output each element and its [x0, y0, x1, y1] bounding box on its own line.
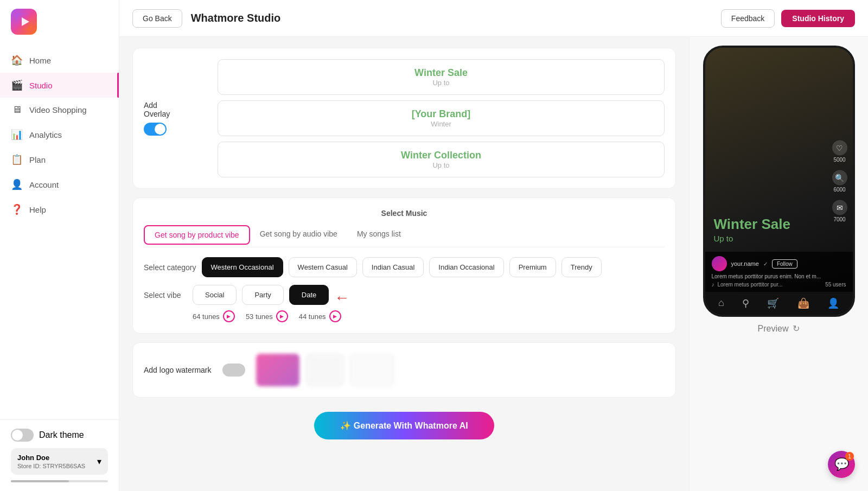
overlay-card-title-3: Winter Collection [229, 150, 653, 161]
sidebar-nav: 🏠 Home 🎬 Studio 🖥 Video Shopping 📊 Analy… [0, 43, 119, 419]
music-tabs: Get song by product vibe Get song by aud… [144, 225, 665, 247]
sidebar-logo [0, 0, 119, 43]
select-music-card: Select Music Get song by product vibe Ge… [132, 197, 676, 334]
sidebar-item-video-shopping[interactable]: 🖥 Video Shopping [0, 98, 119, 122]
chat-badge: 1 [845, 452, 854, 461]
sidebar-item-analytics[interactable]: 📊 Analytics [0, 122, 119, 147]
tab-my-songs[interactable]: My songs list [347, 225, 411, 247]
home-icon: 🏠 [11, 54, 23, 66]
play-btn-3[interactable]: ▶ [329, 310, 341, 322]
chevron-down-icon: ▾ [97, 456, 101, 467]
user-name: John Doe [17, 454, 85, 462]
comment-action: 🔍 6000 [832, 170, 847, 193]
user-info: John Doe Store ID: STRYR5B6SAS [17, 454, 85, 469]
center-panel: AddOverlay Winter Sale Up to [Your Brand… [119, 37, 689, 491]
video-subtitle: Up to [714, 234, 844, 243]
overlay-left: AddOverlay [144, 59, 209, 177]
select-music-header: Select Music [144, 209, 665, 218]
tune-count-1: 64 tunes [193, 313, 220, 321]
vibe-section: Select vibe Social Party Date ← [144, 285, 665, 310]
generate-button[interactable]: ✨ Generate With Whatmore AI [314, 412, 494, 439]
studio-history-button[interactable]: Studio History [781, 10, 855, 27]
phone-profile-icon[interactable]: 👤 [827, 297, 839, 309]
category-row: Select category Western Occasional Weste… [144, 257, 665, 277]
cat-btn-indian-casual[interactable]: Indian Casual [362, 257, 424, 277]
overlay-card-sub-2: Winter [229, 120, 653, 128]
logo-watermark-row: Add logo watermark [144, 354, 665, 386]
sidebar-item-label: Analytics [29, 130, 62, 139]
refresh-icon[interactable]: ↻ [793, 323, 800, 334]
phone-content: ♡ 5000 🔍 6000 ✉ 7000 Winter S [705, 48, 853, 315]
page-title: Whatmore Studio [191, 12, 281, 24]
logo-watermark-card: Add logo watermark [132, 342, 676, 398]
share-action: ✉ 7000 [832, 200, 847, 222]
tunes-row: 64 tunes ▶ 53 tunes ▶ 44 tunes ▶ [144, 310, 665, 322]
chat-bubble-button[interactable]: 💬 1 [828, 451, 855, 478]
app-logo-icon [11, 9, 37, 35]
phone-search-icon[interactable]: ⚲ [742, 297, 749, 309]
logo-preview-1 [256, 354, 299, 386]
vibe-btn-social[interactable]: Social [193, 285, 237, 305]
content-area: AddOverlay Winter Sale Up to [Your Brand… [119, 37, 868, 491]
video-text-area: Winter Sale Up to [705, 48, 853, 252]
overlay-card-3[interactable]: Winter Collection Up to [218, 142, 665, 177]
sidebar-item-label: Home [29, 56, 51, 65]
generate-section: ✨ Generate With Whatmore AI [132, 406, 676, 450]
video-title: Winter Sale [714, 216, 844, 233]
tune-item-2: 53 tunes ▶ [246, 310, 288, 322]
sidebar-item-help[interactable]: ❓ Help [0, 197, 119, 222]
sidebar-item-studio[interactable]: 🎬 Studio [0, 73, 119, 98]
phone-mockup: ♡ 5000 🔍 6000 ✉ 7000 Winter S [703, 46, 855, 317]
overlay-label: AddOverlay [144, 101, 170, 118]
tune-count-3: 44 tunes [299, 313, 326, 321]
logo-preview-area [256, 354, 394, 386]
cat-btn-trendy[interactable]: Trendy [561, 257, 602, 277]
vibe-btn-date[interactable]: Date [289, 285, 329, 305]
tab-audio-vibe[interactable]: Get song by audio vibe [250, 225, 347, 247]
cat-btn-western-casual[interactable]: Western Casual [289, 257, 357, 277]
phone-home-icon[interactable]: ⌂ [718, 297, 724, 309]
follow-button[interactable]: Follow [772, 259, 797, 269]
user-card[interactable]: John Doe Store ID: STRYR5B6SAS ▾ [11, 448, 108, 475]
sidebar-item-label: Plan [29, 155, 46, 164]
vibe-btn-party[interactable]: Party [242, 285, 283, 305]
scrollbar-thumb [11, 480, 69, 482]
logo-watermark-toggle[interactable] [222, 364, 245, 377]
description-text: Lorem metus porttitor purus enim. Non et… [712, 273, 846, 279]
comment-icon: 🔍 [832, 170, 847, 186]
user-row: your.name ✓ Follow [712, 256, 846, 271]
play-btn-2[interactable]: ▶ [276, 310, 288, 322]
tune-item-1: 64 tunes ▶ [193, 310, 235, 322]
sidebar-item-home[interactable]: 🏠 Home [0, 48, 119, 73]
go-back-button[interactable]: Go Back [132, 9, 182, 28]
overlay-card-1[interactable]: Winter Sale Up to [218, 59, 665, 95]
store-id: Store ID: STRYR5B6SAS [17, 463, 85, 469]
logo-watermark-label: Add logo watermark [144, 366, 212, 374]
verified-dot: ✓ [763, 261, 768, 267]
overlay-section: AddOverlay Winter Sale Up to [Your Brand… [144, 59, 665, 177]
vibe-buttons: Social Party Date [193, 285, 329, 305]
tab-product-vibe[interactable]: Get song by product vibe [144, 225, 250, 245]
overlay-card-sub-3: Up to [229, 161, 653, 169]
cat-btn-western-occasional[interactable]: Western Occasional [202, 257, 283, 277]
help-icon: ❓ [11, 203, 23, 215]
sidebar-item-account[interactable]: 👤 Account [0, 172, 119, 197]
phone-bag-icon[interactable]: 👜 [797, 297, 809, 309]
arrow-icon: ← [334, 289, 349, 307]
overlay-card-title-1: Winter Sale [229, 67, 653, 79]
music-bar: ♪ Lorem metus porttitor pur... 55 users [712, 282, 846, 288]
overlay-card-2[interactable]: [Your Brand] Winter [218, 100, 665, 136]
play-btn-1[interactable]: ▶ [223, 310, 235, 322]
tune-count-2: 53 tunes [246, 313, 273, 321]
sidebar-item-plan[interactable]: 📋 Plan [0, 147, 119, 172]
dark-theme-toggle[interactable] [11, 429, 34, 442]
cat-btn-premium[interactable]: Premium [509, 257, 556, 277]
feedback-button[interactable]: Feedback [721, 9, 775, 28]
phone-shop-icon[interactable]: 🛒 [767, 297, 779, 309]
share-icon: ✉ [832, 200, 847, 215]
cat-btn-indian-occasional[interactable]: Indian Occasional [429, 257, 503, 277]
like-action: ♡ 5000 [832, 141, 847, 163]
video-shopping-icon: 🖥 [11, 104, 23, 116]
overlay-toggle[interactable] [144, 123, 167, 136]
comment-count: 6000 [833, 187, 845, 193]
